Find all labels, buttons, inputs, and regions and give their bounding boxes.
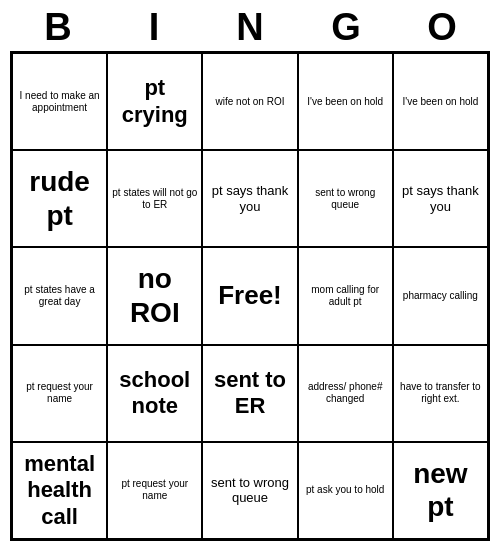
bingo-grid: I need to make an appointmentpt cryingwi… (10, 51, 490, 541)
bingo-cell: no ROI (107, 247, 202, 344)
bingo-cell: have to transfer to right ext. (393, 345, 488, 442)
bingo-cell: Free! (202, 247, 297, 344)
bingo-cell: rude pt (12, 150, 107, 247)
bingo-cell: sent to ER (202, 345, 297, 442)
bingo-cell: mental health call (12, 442, 107, 539)
bingo-cell: sent to wrong queue (202, 442, 297, 539)
bingo-cell: new pt (393, 442, 488, 539)
bingo-cell: school note (107, 345, 202, 442)
bingo-cell: address/ phone# changed (298, 345, 393, 442)
bingo-cell: I've been on hold (298, 53, 393, 150)
header-letter: B (14, 6, 102, 49)
bingo-cell: pt states will not go to ER (107, 150, 202, 247)
bingo-cell: pt ask you to hold (298, 442, 393, 539)
bingo-cell: pt states have a great day (12, 247, 107, 344)
bingo-cell: pt request your name (12, 345, 107, 442)
bingo-cell: pharmacy calling (393, 247, 488, 344)
bingo-cell: pt says thank you (202, 150, 297, 247)
header-letter: G (302, 6, 390, 49)
bingo-cell: I've been on hold (393, 53, 488, 150)
header-letter: O (398, 6, 486, 49)
bingo-cell: sent to wrong queue (298, 150, 393, 247)
bingo-header: BINGO (10, 0, 490, 51)
bingo-cell: pt request your name (107, 442, 202, 539)
header-letter: I (110, 6, 198, 49)
bingo-cell: pt crying (107, 53, 202, 150)
header-letter: N (206, 6, 294, 49)
bingo-cell: wife not on ROI (202, 53, 297, 150)
bingo-cell: I need to make an appointment (12, 53, 107, 150)
bingo-cell: mom calling for adult pt (298, 247, 393, 344)
bingo-cell: pt says thank you (393, 150, 488, 247)
